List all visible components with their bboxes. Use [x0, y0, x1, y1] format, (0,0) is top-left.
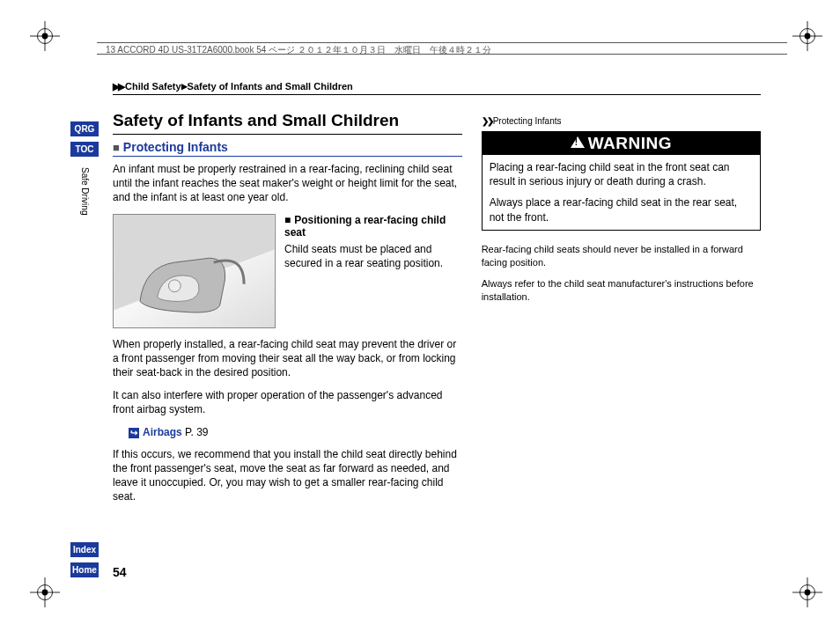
body-paragraph: It can also interfere with proper operat… [113, 388, 462, 416]
subsection-heading: ■Protecting Infants [113, 140, 462, 157]
warning-head-text: WARNING [588, 134, 672, 152]
breadcrumb-l1: Child Safety [125, 81, 181, 92]
side-crumb-text: Protecting Infants [493, 116, 562, 126]
body-paragraph: When properly installed, a rear-facing c… [113, 337, 462, 380]
square-bullet-icon: ■ [284, 214, 291, 226]
airbags-xref-link[interactable]: ↪Airbags P. 39 [129, 426, 462, 438]
nav-qrg-button[interactable]: QRG [70, 121, 99, 136]
double-arrow-icon: ❯❯ [482, 116, 492, 126]
warning-paragraph: Always place a rear-facing child seat in… [490, 195, 753, 224]
breadcrumb-l2: Safety of Infants and Small Children [188, 81, 353, 92]
breadcrumb-arrow-icon: ▶▶ [113, 81, 123, 92]
print-header-line: 13 ACCORD 4D US-31T2A6000.book 54 ページ ２０… [97, 42, 787, 55]
nav-toc-button[interactable]: TOC [70, 142, 99, 157]
warning-triangle-icon [571, 136, 585, 148]
figure-title-text: Positioning a rear-facing child seat [284, 214, 446, 239]
body-paragraph: If this occurs, we recommend that you in… [113, 447, 462, 504]
crop-mark-icon [792, 577, 822, 607]
side-crumb: ❯❯Protecting Infants [482, 116, 761, 126]
figure-label: ■Positioning a rear-facing child seat [284, 214, 462, 239]
warning-paragraph: Placing a rear-facing child seat in the … [490, 160, 753, 188]
warning-box: WARNING Placing a rear-facing child seat… [482, 131, 761, 231]
intro-paragraph: An infant must be properly restrained in… [113, 162, 462, 205]
svg-point-17 [168, 279, 181, 291]
breadcrumb: ▶▶Child Safety▶Safety of Infants and Sma… [113, 81, 761, 95]
figure-caption: Child seats must be placed and secured i… [284, 242, 462, 270]
square-bullet-icon: ■ [113, 141, 120, 154]
subsection-title-text: Protecting Infants [123, 140, 228, 154]
breadcrumb-sep-icon: ▶ [181, 82, 188, 91]
side-note: Rear-facing child seats should never be … [482, 243, 761, 269]
page-title: Safety of Infants and Small Children [113, 111, 462, 135]
crop-mark-icon [30, 577, 60, 607]
child-seat-illustration [113, 214, 276, 328]
page-number: 54 [113, 565, 127, 579]
section-label: Safe Driving [80, 162, 90, 220]
crop-mark-icon [30, 21, 60, 51]
side-note: Always refer to the child seat manufactu… [482, 277, 761, 304]
xref-page: P. 39 [185, 426, 208, 438]
crop-mark-icon [792, 21, 822, 51]
nav-index-button[interactable]: Index [70, 542, 99, 557]
xref-icon: ↪ [129, 428, 139, 438]
warning-heading: WARNING [483, 132, 760, 155]
nav-home-button[interactable]: Home [70, 562, 99, 577]
xref-label: Airbags [143, 426, 182, 438]
